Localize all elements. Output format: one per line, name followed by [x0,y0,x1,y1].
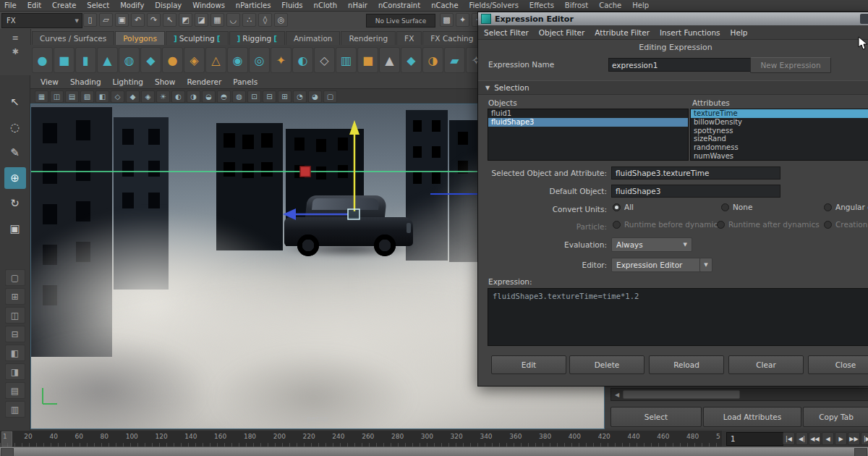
clear-button[interactable]: Clear [728,355,804,374]
menu-item[interactable]: Bifrost [565,1,588,9]
window-titlebar[interactable]: Expression Editor [478,12,868,25]
live-surface-field[interactable]: No Live Surface [366,14,435,28]
shelf-tab[interactable]: Sculpting [166,31,229,45]
panel-toolbar-icon[interactable]: ◓ [217,90,231,103]
menu-item[interactable]: Select [87,1,109,9]
shelf-tab[interactable]: FX Caching [422,31,481,45]
particle-radio[interactable]: Runtime after dynamics [717,220,824,229]
load-attributes-button[interactable]: Load Attributes [703,407,801,427]
scrollbar-handle[interactable] [623,390,740,399]
panel-menu-item[interactable]: Panels [233,77,258,86]
select-button[interactable]: Select [610,407,702,427]
expression-editor-menu-item[interactable]: Object Filter [539,28,585,37]
panel-toolbar-icon[interactable]: ⊡ [247,90,261,103]
toolbar-icon[interactable]: ↶ [131,13,145,27]
toolbar-icon[interactable]: ▯ [83,13,97,27]
current-frame-field[interactable]: 1 [726,432,783,446]
attribute-list-item[interactable]: randomness [691,143,868,152]
menu-item[interactable]: Windows [192,1,225,9]
objects-list[interactable]: fluid1fluidShape3 [488,109,689,161]
panel-toolbar-icon[interactable]: ▢ [323,90,337,103]
toolbar-icon[interactable]: ◎ [274,13,288,27]
toolbox-tool[interactable]: ▣ [4,218,26,240]
menu-item[interactable]: nParticles [236,1,271,9]
expression-editor-menu-item[interactable]: Attribute Filter [595,28,650,37]
reload-button[interactable]: Reload [649,355,724,374]
shelf-side-icon[interactable]: ✱ [12,47,18,56]
toolbox-tool[interactable]: ⊕ [4,167,26,189]
toolbar-icon[interactable]: ▣ [115,13,129,27]
convert-units-radio[interactable]: All [613,203,721,211]
playback-button[interactable]: |▶ [861,432,868,445]
particle-radio[interactable]: Runtime before dynamics [613,220,717,229]
editor-dropdown-arrow[interactable]: ▼ [699,258,712,272]
selection-section-header[interactable]: ▼ Selection [478,80,868,95]
selected-object-attribute-field[interactable]: fluidShape3.textureTime [611,166,780,180]
shelf-icon[interactable]: ◑ [422,47,443,73]
default-object-field[interactable]: fluidShape3 [611,185,780,198]
panel-toolbar-icon[interactable]: ◈ [141,90,155,103]
toolbox-tool[interactable]: ↖ [4,91,26,113]
panel-toolbar-icon[interactable]: ◇ [111,90,124,103]
menu-item[interactable]: Help [632,1,649,9]
layout-shortcut[interactable]: ▢ [5,269,25,286]
shelf-icon[interactable]: ◉ [227,47,248,73]
shelf-tab[interactable]: Animation [286,31,341,45]
range-slider-end-handle[interactable] [854,448,867,456]
toolbar-icon[interactable]: ↖ [163,13,176,27]
panel-toolbar-icon[interactable]: ◕ [308,90,322,103]
object-list-item[interactable]: fluidShape3 [488,118,688,127]
expression-text-area[interactable]: fluidShape3.textureTime=time*1.2 [488,289,868,345]
playback-button[interactable]: ◀ [822,432,834,445]
panel-menu-item[interactable]: View [41,77,59,86]
shelf-icon[interactable]: ◍ [119,47,140,73]
panel-menu-item[interactable]: Show [155,77,175,86]
playback-button[interactable]: ◀◀ [809,432,821,445]
shelf-icon[interactable]: ◆ [401,47,422,73]
shelf-icon[interactable]: ✦ [271,47,292,73]
menu-item[interactable]: Fields/Solvers [469,1,519,9]
shelf-icon[interactable]: ▰ [444,47,465,73]
shelf-icon[interactable]: ▲ [379,47,400,73]
toolbox-tool[interactable]: ↻ [4,193,26,214]
shelf-icon[interactable]: ● [32,47,53,73]
particle-radio[interactable]: Creation [824,220,867,229]
menu-item[interactable]: nConstraint [378,1,420,9]
menu-item[interactable]: Modify [120,1,144,9]
shelf-icon[interactable]: ■ [357,47,378,73]
time-slider-track[interactable]: 1204060801001201401601802002202402602803… [0,431,722,447]
attribute-list-item[interactable]: sizeRand [691,135,868,143]
panel-toolbar-icon[interactable]: ☀ [156,90,170,103]
menu-item[interactable]: nCloth [314,1,337,9]
playback-button[interactable]: ▶▶ [848,432,860,445]
playback-button[interactable]: |◀ [783,432,795,445]
shelf-tab[interactable]: Rendering [341,31,396,45]
shelf-tab[interactable]: Rigging [229,31,285,45]
toolbox-tool[interactable]: ◌ [4,117,26,138]
panel-menu-item[interactable]: Shading [70,77,101,86]
panel-toolbar-icon[interactable]: ⊞ [278,90,292,103]
range-slider-start-handle[interactable] [1,448,14,456]
menu-item[interactable]: Create [52,1,76,9]
panel-toolbar-icon[interactable]: ◍ [232,90,246,103]
editor-dropdown[interactable]: Expression Editor [611,258,707,272]
shelf-icon[interactable]: ◆ [140,47,161,73]
panel-toolbar-icon[interactable]: ◑ [187,90,200,103]
expression-editor-menu-item[interactable]: Select Filter [484,28,529,37]
scroll-left-icon[interactable]: ◀ [611,392,623,398]
attribute-list-item[interactable]: spottyness [691,127,868,135]
attributes-list[interactable]: textureTimebillowDensityspottynesssizeRa… [690,109,868,161]
panel-toolbar-icon[interactable]: ▦ [35,90,48,103]
menu-item[interactable]: Fluids [281,1,302,9]
toolbar-icon[interactable]: ▦ [210,13,224,27]
layout-shortcut[interactable]: ▤ [5,382,25,399]
panel-toolbar-icon[interactable]: ◫ [50,90,64,103]
edit-button[interactable]: Edit [491,355,566,374]
shelf-tab[interactable]: FX [396,31,422,45]
layout-shortcut[interactable]: ◨ [5,363,25,380]
copy-tab-button[interactable]: Copy Tab [803,407,868,427]
panel-toolbar-icon[interactable]: ◧ [95,90,109,103]
expression-name-input[interactable] [608,58,752,72]
toolbar-icon[interactable]: ↷ [147,13,161,27]
panel-menu-item[interactable]: Renderer [187,77,221,86]
